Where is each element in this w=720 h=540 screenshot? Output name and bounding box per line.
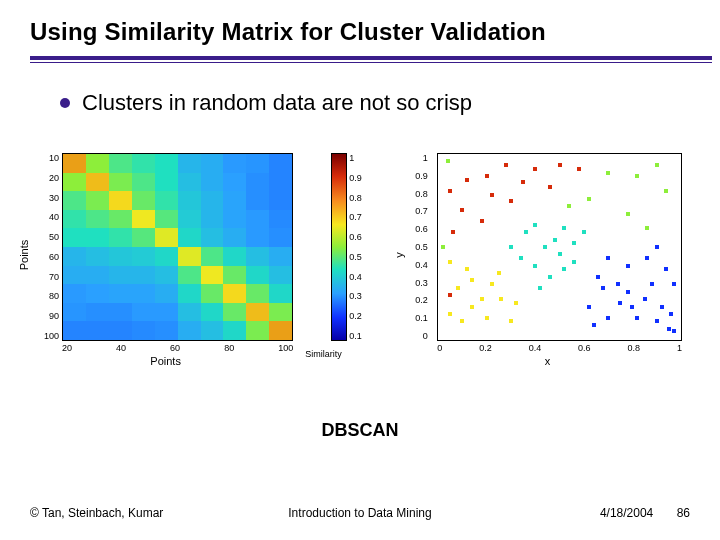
- scatter-point: [616, 282, 620, 286]
- colorbar-ticks: 10.90.80.70.60.50.40.30.20.1: [349, 153, 373, 341]
- scatter-point: [533, 223, 537, 227]
- bullet-text: Clusters in random data are not so crisp: [82, 90, 472, 116]
- scatter-point: [514, 301, 518, 305]
- slide: Using Similarity Matrix for Cluster Vali…: [0, 0, 720, 540]
- scatter-point: [533, 264, 537, 268]
- scatter-point: [441, 245, 445, 249]
- colorbar: 10.90.80.70.60.50.40.30.20.1 Similarity: [331, 145, 375, 365]
- heatmap-xticks: 20406080100: [62, 343, 293, 353]
- scatter-point: [601, 286, 605, 290]
- scatter-point: [465, 267, 469, 271]
- scatter-point: [664, 267, 668, 271]
- bullet-row: Clusters in random data are not so crisp: [60, 90, 472, 116]
- colorbar-label: Similarity: [305, 349, 342, 359]
- slide-title: Using Similarity Matrix for Cluster Vali…: [30, 18, 690, 46]
- footer: © Tan, Steinbach, Kumar Introduction to …: [30, 506, 690, 520]
- chart-caption: DBSCAN: [0, 420, 720, 441]
- scatter-frame: [437, 153, 682, 341]
- scatter-ylabel: y: [393, 252, 405, 258]
- scatter-point: [451, 230, 455, 234]
- scatter-point: [543, 245, 547, 249]
- heatmap-ylabel: Points: [18, 240, 30, 271]
- scatter-point: [553, 238, 557, 242]
- charts-row: Points 102030405060708090100 20406080100…: [30, 145, 690, 365]
- scatter-point: [562, 267, 566, 271]
- scatter-point: [643, 297, 647, 301]
- scatter-point: [558, 163, 562, 167]
- scatter-point: [572, 260, 576, 264]
- scatter-point: [567, 204, 571, 208]
- heatmap-chart: Points 102030405060708090100 20406080100…: [30, 145, 301, 365]
- scatter-point: [460, 319, 464, 323]
- scatter-point: [635, 174, 639, 178]
- scatter-point: [672, 282, 676, 286]
- scatter-point: [630, 305, 634, 309]
- scatter-xlabel: x: [545, 355, 551, 367]
- scatter-point: [490, 193, 494, 197]
- scatter-point: [548, 275, 552, 279]
- scatter-chart: y 00.10.20.30.40.50.60.70.80.91 00.20.40…: [405, 145, 690, 365]
- scatter-point: [669, 312, 673, 316]
- heatmap-xlabel: Points: [150, 355, 181, 367]
- scatter-point: [562, 226, 566, 230]
- scatter-point: [509, 199, 513, 203]
- scatter-point: [577, 167, 581, 171]
- scatter-point: [626, 212, 630, 216]
- footer-date: 4/18/2004: [600, 506, 653, 520]
- scatter-point: [446, 159, 450, 163]
- heatmap-yticks: 102030405060708090100: [44, 153, 59, 341]
- footer-page: 86: [677, 506, 690, 520]
- scatter-point: [548, 185, 552, 189]
- scatter-point: [521, 180, 525, 184]
- title-rule-thin: [30, 62, 712, 63]
- scatter-point: [533, 167, 537, 171]
- scatter-point: [558, 252, 562, 256]
- scatter-yticks: 00.10.20.30.40.50.60.70.80.91: [415, 153, 428, 341]
- scatter-point: [645, 256, 649, 260]
- scatter-point: [626, 290, 630, 294]
- scatter-point: [587, 197, 591, 201]
- scatter-point: [645, 226, 649, 230]
- scatter-point: [470, 278, 474, 282]
- bullet-icon: [60, 98, 70, 108]
- scatter-point: [524, 230, 528, 234]
- scatter-point: [480, 219, 484, 223]
- scatter-point: [582, 230, 586, 234]
- scatter-point: [460, 208, 464, 212]
- scatter-point: [606, 171, 610, 175]
- scatter-point: [606, 316, 610, 320]
- scatter-point: [618, 301, 622, 305]
- scatter-point: [655, 245, 659, 249]
- scatter-point: [465, 178, 469, 182]
- scatter-point: [626, 264, 630, 268]
- scatter-point: [635, 316, 639, 320]
- scatter-xticks: 00.20.40.60.81: [437, 343, 682, 353]
- scatter-point: [499, 297, 503, 301]
- scatter-point: [509, 319, 513, 323]
- scatter-point: [667, 327, 671, 331]
- scatter-point: [485, 174, 489, 178]
- scatter-point: [497, 271, 501, 275]
- scatter-point: [448, 293, 452, 297]
- heatmap-grid: [63, 154, 292, 340]
- scatter-point: [485, 316, 489, 320]
- scatter-point: [672, 329, 676, 333]
- scatter-point: [456, 286, 460, 290]
- scatter-point: [572, 241, 576, 245]
- scatter-point: [490, 282, 494, 286]
- colorbar-strip: [331, 153, 347, 341]
- scatter-point: [538, 286, 542, 290]
- title-rule-thick: [30, 56, 712, 60]
- scatter-point: [509, 245, 513, 249]
- scatter-point: [655, 319, 659, 323]
- scatter-point: [504, 163, 508, 167]
- scatter-point: [596, 275, 600, 279]
- scatter-point: [650, 282, 654, 286]
- heatmap-frame: [62, 153, 293, 341]
- footer-center: Introduction to Data Mining: [288, 506, 431, 520]
- scatter-point: [519, 256, 523, 260]
- scatter-point: [470, 305, 474, 309]
- scatter-point: [448, 189, 452, 193]
- scatter-point: [592, 323, 596, 327]
- scatter-point: [448, 312, 452, 316]
